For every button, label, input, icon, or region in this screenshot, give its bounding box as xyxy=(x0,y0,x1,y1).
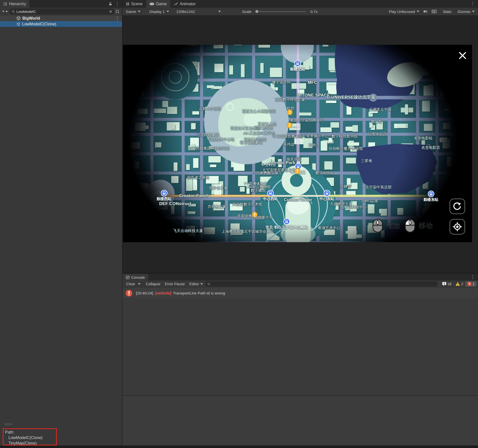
map-label: ZIWU誌屋 xyxy=(361,199,378,203)
move-legend-label: 移动 xyxy=(419,221,433,230)
play-unfocused-dropdown[interactable]: Play Unfocused xyxy=(387,9,421,14)
scene-menu-icon[interactable]: ⋮ xyxy=(115,16,120,21)
hierarchy-menu-icon[interactable]: ⋮ xyxy=(115,2,120,6)
stats-button[interactable]: Stats xyxy=(441,9,453,14)
map-warning-icon[interactable] xyxy=(295,168,300,175)
hierarchy-row-object[interactable]: LowModelC(Clone) xyxy=(0,21,122,27)
add-object-caret-icon xyxy=(5,11,8,12)
add-object-button[interactable]: + xyxy=(2,9,8,14)
map-label: 英特尔 xyxy=(309,143,320,148)
map-label: 云智AI小镇馆 xyxy=(199,107,221,111)
dropdown-caret-icon xyxy=(138,11,140,12)
tab-animator[interactable]: Animator xyxy=(171,0,199,8)
station-marker[interactable]: 鼓楼西站 xyxy=(157,190,172,201)
error-count-badge[interactable]: 1 xyxy=(465,281,477,287)
zoom-legend: 缩放 xyxy=(372,219,400,233)
hierarchy-search[interactable] xyxy=(9,9,114,14)
close-icon[interactable] xyxy=(458,51,468,60)
clear-caret-icon[interactable] xyxy=(138,283,140,285)
tab-hierarchy-label: Hierarchy xyxy=(9,2,26,6)
map-label: 沈阳数字经济大厦 xyxy=(275,97,305,102)
mute-audio-icon[interactable] xyxy=(423,9,428,13)
station-name: 市北·初心元宇宙中心南站 xyxy=(265,225,308,230)
scale-value: 0.7x xyxy=(310,9,317,14)
gizmos-dropdown[interactable]: Gizmos xyxy=(456,9,476,14)
render-target-dropdown[interactable]: Game xyxy=(124,9,142,14)
map-label: 百度技术中心站 xyxy=(208,137,235,142)
console-toolbar: Clear Collapse Error Pause Editor 16 2 1 xyxy=(122,280,478,287)
status-bar xyxy=(0,446,478,448)
transit-station-icon xyxy=(294,60,301,67)
keyboard-icon[interactable] xyxy=(432,10,437,13)
map-warning-icon[interactable] xyxy=(287,122,293,129)
clear-search-icon[interactable] xyxy=(109,10,112,13)
pick-object-icon[interactable] xyxy=(116,10,120,13)
game-menu-icon[interactable]: ⋮ xyxy=(471,0,478,8)
station-name: 中心东站 xyxy=(319,197,334,201)
console-search-input[interactable] xyxy=(212,282,435,286)
scale-slider-knob[interactable] xyxy=(255,10,258,13)
map-label: 工行未来展示中心 xyxy=(299,134,329,138)
game-screen[interactable]: 微宇宙空间MFCBITONE SPACE沈阳数字经济大厦D-UNIVERSE设计… xyxy=(123,45,472,242)
map-warning-icon[interactable] xyxy=(252,212,258,219)
error-pause-button[interactable]: Error Pause xyxy=(163,280,187,287)
map-label: 申万宏源投教基地 xyxy=(273,134,302,139)
warning-count-badge[interactable]: 2 xyxy=(453,281,465,287)
hierarchy-row-scene[interactable]: BigWorld ⋮ xyxy=(0,15,122,21)
resolution-dropdown[interactable]: 2208x1242 xyxy=(175,9,222,14)
mouse-wheel-icon xyxy=(372,219,383,233)
transit-station-icon xyxy=(283,218,290,225)
tab-console[interactable]: Console xyxy=(122,274,149,280)
map-label: 名堂电影宫 xyxy=(421,145,440,150)
station-marker[interactable]: 中心西站 xyxy=(263,190,278,201)
tab-hierarchy[interactable]: Hierarchy xyxy=(0,0,30,8)
map-label: 创造者之家站 xyxy=(187,175,209,180)
map-label: AI+工业互联网平台 xyxy=(243,131,275,136)
console-search[interactable] xyxy=(205,281,437,286)
station-name: 鼓楼北站 xyxy=(290,67,305,72)
station-marker[interactable]: 市北·初心元宇宙中心南站 xyxy=(265,218,308,230)
map-label: MFC xyxy=(308,80,317,85)
lock-icon[interactable] xyxy=(109,2,112,6)
info-count-badge[interactable]: 16 xyxy=(440,281,454,287)
map-warning-icon[interactable] xyxy=(287,110,293,116)
display-dropdown[interactable]: Display 1 xyxy=(148,9,171,14)
clear-button[interactable]: Clear xyxy=(124,280,136,287)
tab-game[interactable]: Game xyxy=(146,0,171,8)
search-icon xyxy=(207,282,210,285)
hierarchy-toolbar: + xyxy=(0,8,122,15)
console-panel: Console ⋮ Clear Collapse Error Pause Edi… xyxy=(122,273,478,448)
game-tabstrip: Scene Game Animator ⋮ xyxy=(122,0,478,8)
reset-rotation-button[interactable] xyxy=(450,199,465,214)
map-label: 灵境绿洲 xyxy=(237,214,252,218)
station-marker[interactable]: 鼓楼北站 xyxy=(290,60,305,72)
mouse-left-icon xyxy=(405,219,415,233)
map-label: D-UNIVERSE设计元宇宙 xyxy=(327,94,375,100)
log-tag: [vehicle] xyxy=(155,291,171,295)
collapse-button[interactable]: Collapse xyxy=(144,280,163,287)
station-marker[interactable]: 中心东站 xyxy=(319,190,334,201)
dropdown-caret-icon xyxy=(417,11,419,12)
console-menu-icon[interactable]: ⋮ xyxy=(471,274,478,280)
tab-scene[interactable]: Scene xyxy=(122,0,146,8)
map-label: 数字科技图书馆 xyxy=(332,134,358,139)
hierarchy-search-input[interactable] xyxy=(16,9,108,14)
zoom-legend-label: 缩放 xyxy=(386,221,400,230)
map-annotations: 微宇宙空间MFCBITONE SPACE沈阳数字经济大厦D-UNIVERSE设计… xyxy=(123,45,472,242)
hierarchy-panel: Hierarchy ⋮ + BigWorld ⋮ LowModelC(Clone… xyxy=(0,0,122,448)
gamepad-icon xyxy=(150,2,154,5)
search-icon xyxy=(12,10,15,13)
editor-dropdown[interactable]: Editor xyxy=(187,280,205,287)
station-marker[interactable]: 鼓楼东站 xyxy=(423,190,438,202)
scroll-chip xyxy=(4,423,12,425)
map-label: 希壤艺术中心 xyxy=(318,226,340,230)
path-overlay-line: LowModelC(Clone) xyxy=(5,435,56,441)
locate-button[interactable] xyxy=(450,219,465,234)
path-debug-overlay: Path: LowModelC(Clone) TinyMap(Clone) xyxy=(3,428,57,446)
scale-slider[interactable] xyxy=(255,11,306,12)
log-entry[interactable]: [20:40:24] [vehicle]: TransportLine Path… xyxy=(122,287,478,299)
map-label: 三星堆 xyxy=(361,159,372,163)
tab-console-label: Console xyxy=(131,275,145,280)
transit-station-icon xyxy=(428,190,434,197)
map-label: 佳创银月魔方 xyxy=(329,146,351,151)
